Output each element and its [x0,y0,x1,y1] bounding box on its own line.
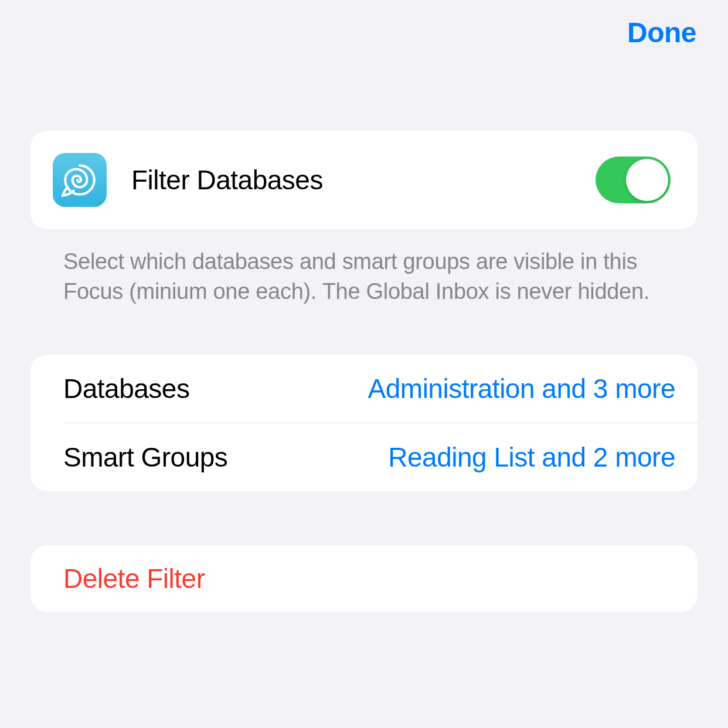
filter-databases-row: Filter Databases [30,131,698,229]
delete-filter-label: Delete Filter [63,563,665,594]
header: Done [0,0,728,49]
databases-label: Databases [63,373,189,404]
databases-row[interactable]: Databases Administration and 3 more [30,355,698,423]
delete-section: Delete Filter [30,545,698,612]
done-button[interactable]: Done [627,16,696,49]
smart-groups-value: Reading List and 2 more [388,441,675,473]
filter-section: Filter Databases [30,131,698,229]
filter-title: Filter Databases [131,164,596,196]
smart-groups-row[interactable]: Smart Groups Reading List and 2 more [30,423,698,491]
links-section: Databases Administration and 3 more Smar… [30,355,698,491]
smart-groups-label: Smart Groups [63,441,227,473]
nautilus-shell-icon [60,161,99,199]
filter-description: Select which databases and smart groups … [30,229,698,307]
filter-toggle[interactable] [596,157,671,203]
delete-filter-button[interactable]: Delete Filter [30,545,698,612]
databases-value: Administration and 3 more [368,373,675,404]
toggle-knob [626,159,668,201]
app-icon [53,153,107,207]
content: Filter Databases Select which databases … [0,131,728,612]
